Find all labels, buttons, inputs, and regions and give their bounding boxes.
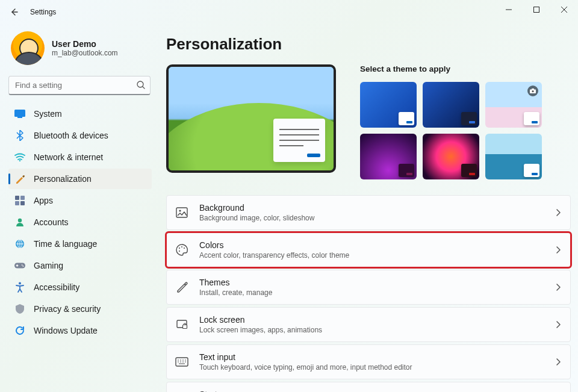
svg-rect-8: [20, 201, 25, 205]
sidebar-item-personalization[interactable]: Personalization: [8, 169, 152, 189]
settings-row-background[interactable]: Background Background image, color, slid…: [166, 195, 571, 230]
settings-rows: Background Background image, color, slid…: [166, 195, 571, 392]
sidebar-item-bluetooth[interactable]: Bluetooth & devices: [8, 125, 152, 146]
sidebar: User Demo m_lab@outlook.com SystemBlueto…: [0, 24, 158, 392]
theme-thumbnail[interactable]: [485, 82, 542, 128]
sidebar-item-privacy[interactable]: Privacy & security: [8, 299, 152, 319]
svg-point-24: [179, 250, 180, 252]
sidebar-item-label: Network & internet: [34, 152, 103, 162]
svg-point-4: [19, 160, 20, 161]
gaming-icon: [14, 260, 25, 271]
svg-point-23: [184, 247, 185, 249]
svg-rect-26: [183, 325, 187, 329]
svg-rect-2: [14, 110, 25, 117]
row-title: Lock screen: [199, 315, 545, 325]
svg-point-22: [181, 246, 182, 247]
sidebar-item-apps[interactable]: Apps: [8, 190, 152, 211]
themes-caption: Select a theme to apply: [360, 64, 542, 73]
personalization-icon: [14, 173, 25, 184]
sidebar-item-label: Gaming: [34, 261, 63, 270]
svg-point-17: [532, 90, 533, 92]
row-subtitle: Background image, color, slideshow: [199, 214, 545, 222]
theme-grid: [360, 82, 542, 179]
app-title: Settings: [26, 8, 56, 16]
settings-row-textinput[interactable]: Text input Touch keyboard, voice typing,…: [166, 344, 571, 379]
row-title: Start: [199, 390, 545, 392]
user-name: User Demo: [52, 39, 118, 49]
sidebar-item-label: Windows Update: [34, 326, 98, 335]
sidebar-item-label: Time & language: [34, 239, 97, 249]
row-subtitle: Accent color, transparency effects, colo…: [199, 251, 545, 260]
back-arrow-icon: [10, 7, 19, 17]
svg-rect-7: [15, 201, 19, 205]
svg-point-9: [18, 219, 22, 222]
user-account-block[interactable]: User Demo m_lab@outlook.com: [8, 29, 152, 75]
settings-row-start[interactable]: Start Recent apps and items, folders: [166, 382, 571, 392]
colors-icon: [175, 243, 188, 257]
row-title: Text input: [199, 352, 545, 362]
window-controls: [495, 0, 578, 19]
titlebar: Settings: [0, 0, 578, 24]
svg-rect-19: [176, 208, 187, 217]
themes-icon: [175, 281, 188, 294]
settings-row-themes[interactable]: Themes Install, create, manage: [166, 270, 571, 305]
chevron-right-icon: [556, 246, 561, 254]
accounts-icon: [14, 217, 25, 228]
row-title: Themes: [199, 278, 545, 287]
system-icon: [14, 108, 25, 119]
back-button[interactable]: [2, 0, 26, 24]
apps-icon: [14, 195, 25, 206]
minimize-button[interactable]: [495, 0, 523, 19]
theme-thumbnail[interactable]: [423, 82, 479, 128]
svg-point-21: [179, 247, 180, 249]
textinput-icon: [175, 357, 188, 367]
theme-thumbnail[interactable]: [360, 82, 417, 128]
svg-rect-0: [534, 7, 539, 13]
sidebar-item-label: Personalization: [34, 174, 92, 184]
update-icon: [14, 325, 25, 336]
row-subtitle: Install, create, manage: [199, 288, 545, 297]
privacy-icon: [14, 303, 25, 314]
minimize-icon: [506, 7, 512, 13]
sidebar-item-system[interactable]: System: [8, 104, 152, 124]
svg-point-14: [23, 266, 24, 267]
close-button[interactable]: [550, 0, 578, 19]
maximize-button[interactable]: [523, 0, 550, 19]
row-subtitle: Touch keyboard, voice typing, emoji and …: [199, 363, 545, 372]
sidebar-item-accounts[interactable]: Accounts: [8, 212, 152, 232]
svg-point-13: [22, 264, 23, 266]
main: Personalization Select a theme to apply …: [158, 24, 578, 392]
theme-thumbnail[interactable]: [360, 134, 417, 179]
settings-row-colors[interactable]: Colors Accent color, transparency effect…: [166, 232, 571, 267]
close-icon: [561, 7, 567, 13]
sidebar-item-label: Accounts: [34, 217, 69, 227]
lockscreen-icon: [175, 318, 188, 331]
search-input[interactable]: [8, 76, 151, 95]
svg-point-15: [19, 282, 21, 285]
user-email: m_lab@outlook.com: [52, 49, 118, 57]
sidebar-item-accessibility[interactable]: Accessibility: [8, 277, 152, 297]
chevron-right-icon: [556, 209, 561, 216]
chevron-right-icon: [556, 358, 561, 366]
bluetooth-icon: [14, 130, 25, 141]
theme-thumbnail[interactable]: [423, 134, 479, 179]
svg-rect-6: [20, 196, 25, 200]
page-title: Personalization: [166, 35, 571, 54]
sidebar-item-label: Bluetooth & devices: [34, 131, 108, 140]
sidebar-item-label: Privacy & security: [34, 304, 101, 314]
sidebar-item-update[interactable]: Windows Update: [8, 320, 152, 341]
background-icon: [175, 206, 188, 219]
theme-thumbnail[interactable]: [485, 134, 542, 179]
avatar: [11, 31, 45, 65]
settings-row-lockscreen[interactable]: Lock screen Lock screen images, apps, an…: [166, 307, 571, 342]
sidebar-item-gaming[interactable]: Gaming: [8, 255, 152, 276]
desktop-preview: [166, 64, 336, 173]
sidebar-item-network[interactable]: Network & internet: [8, 147, 152, 167]
chevron-right-icon: [556, 321, 561, 328]
chevron-right-icon: [556, 284, 561, 291]
sidebar-item-label: Apps: [34, 196, 53, 205]
svg-rect-5: [15, 196, 19, 200]
sidebar-item-time[interactable]: Time & language: [8, 234, 152, 254]
maximize-icon: [533, 7, 539, 13]
sidebar-item-label: System: [34, 109, 62, 119]
